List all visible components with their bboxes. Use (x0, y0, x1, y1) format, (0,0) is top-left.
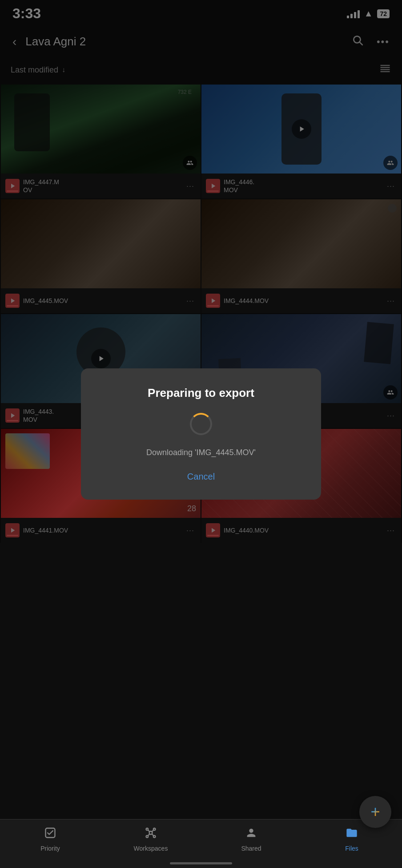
nav-label-files: Files (345, 845, 358, 852)
nav-item-workspaces[interactable]: Workspaces (100, 825, 201, 854)
svg-line-14 (148, 834, 150, 836)
svg-point-11 (153, 836, 156, 838)
svg-line-15 (152, 834, 153, 836)
svg-point-9 (153, 828, 156, 831)
workspaces-icon (145, 827, 157, 842)
modal-subtitle: Downloading 'IMG_4445.MOV' (146, 448, 256, 457)
nav-label-workspaces: Workspaces (134, 845, 168, 852)
nav-item-files[interactable]: Files (302, 825, 402, 854)
home-indicator (170, 862, 232, 864)
loading-spinner (190, 413, 212, 435)
bottom-nav: Priority Workspaces Shared (0, 819, 402, 868)
fab-plus-icon: + (370, 803, 380, 821)
priority-icon (44, 827, 56, 842)
nav-label-priority: Priority (40, 845, 60, 852)
nav-label-shared: Shared (241, 845, 261, 852)
modal-overlay: Preparing to export Downloading 'IMG_444… (0, 0, 402, 868)
spinner-container (188, 411, 214, 437)
svg-point-8 (146, 828, 149, 831)
files-icon (346, 827, 358, 842)
nav-item-shared[interactable]: Shared (201, 825, 302, 854)
svg-line-13 (152, 830, 153, 832)
shared-icon (245, 827, 257, 842)
svg-line-12 (148, 830, 150, 832)
fab-add-button[interactable]: + (359, 796, 391, 828)
modal-cancel-button[interactable]: Cancel (177, 468, 225, 485)
nav-item-priority[interactable]: Priority (0, 825, 100, 854)
modal-title: Preparing to export (148, 386, 254, 400)
svg-point-10 (146, 836, 149, 838)
export-dialog: Preparing to export Downloading 'IMG_444… (81, 368, 321, 500)
